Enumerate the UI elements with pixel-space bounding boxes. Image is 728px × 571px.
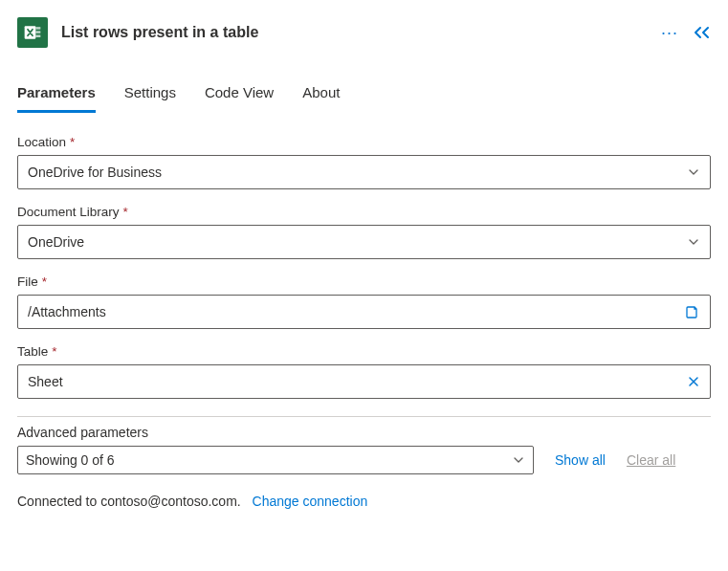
location-value: OneDrive for Business (28, 165, 679, 180)
connection-footer: Connected to contoso@contoso.com. Change… (17, 494, 711, 509)
location-label-text: Location (17, 135, 66, 149)
file-value: /Attachments (28, 304, 677, 319)
advanced-summary: Showing 0 of 6 (26, 452, 504, 468)
library-label-text: Document Library (17, 205, 120, 219)
tab-settings[interactable]: Settings (124, 77, 176, 113)
library-value: OneDrive (28, 234, 679, 250)
chevron-down-icon (504, 453, 525, 467)
header-actions: ··· (661, 24, 711, 41)
svg-rect-3 (35, 35, 40, 38)
tab-code-view[interactable]: Code View (205, 77, 274, 113)
change-connection-link[interactable]: Change connection (253, 494, 368, 509)
svg-rect-2 (35, 31, 40, 33)
file-label-text: File (17, 275, 38, 289)
folder-browse-icon[interactable] (677, 304, 700, 319)
card-header: List rows present in a table ··· (17, 17, 711, 77)
library-dropdown[interactable]: OneDrive (17, 225, 711, 259)
table-label-text: Table (17, 344, 48, 359)
show-all-link[interactable]: Show all (555, 452, 606, 468)
required-asterisk: * (42, 275, 47, 289)
collapse-icon[interactable] (694, 26, 711, 39)
advanced-dropdown[interactable]: Showing 0 of 6 (17, 446, 534, 474)
excel-icon (17, 17, 48, 48)
location-label: Location * (17, 135, 711, 149)
advanced-row: Showing 0 of 6 Show all Clear all (17, 446, 711, 474)
clear-all-link: Clear all (627, 452, 675, 468)
library-label: Document Library * (17, 205, 711, 219)
tab-bar: Parameters Settings Code View About (17, 77, 711, 114)
field-library: Document Library * OneDrive (17, 205, 711, 259)
tab-parameters[interactable]: Parameters (17, 77, 96, 113)
required-asterisk: * (52, 344, 56, 359)
clear-icon[interactable] (679, 375, 700, 388)
card-title: List rows present in a table (61, 24, 648, 41)
location-dropdown[interactable]: OneDrive for Business (17, 155, 711, 189)
chevron-down-icon (679, 165, 700, 179)
connected-prefix: Connected to (17, 494, 100, 509)
file-input[interactable]: /Attachments (17, 295, 711, 329)
field-table: Table * Sheet (17, 344, 711, 399)
chevron-down-icon (679, 235, 700, 249)
required-asterisk: * (123, 205, 128, 219)
table-input[interactable]: Sheet (17, 364, 711, 399)
connected-account: contoso@contoso.com. (100, 494, 241, 509)
advanced-label: Advanced parameters (17, 425, 711, 440)
tab-about[interactable]: About (302, 77, 340, 113)
field-location: Location * OneDrive for Business (17, 135, 711, 189)
table-label: Table * (17, 344, 711, 359)
required-asterisk: * (70, 135, 75, 149)
more-menu-icon[interactable]: ··· (661, 24, 678, 41)
file-label: File * (17, 275, 711, 289)
section-divider (17, 416, 711, 417)
svg-rect-1 (35, 27, 40, 30)
parameters-form: Location * OneDrive for Business Documen… (17, 114, 711, 509)
field-file: File * /Attachments (17, 275, 711, 329)
table-value: Sheet (28, 374, 679, 389)
